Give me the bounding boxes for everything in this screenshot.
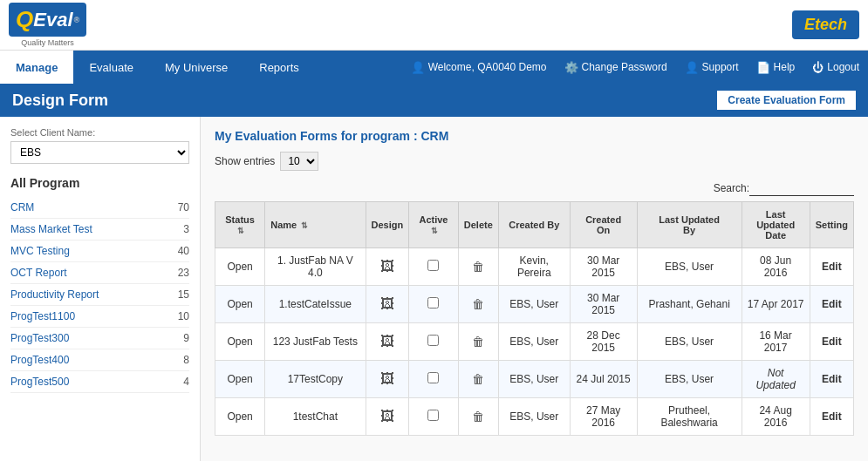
row-setting[interactable]: Edit	[810, 361, 853, 398]
sort-status-icon[interactable]: ⇅	[237, 227, 244, 235]
row-status: Open	[215, 248, 265, 286]
design-icon[interactable]: 🖼	[380, 296, 394, 311]
active-checkbox[interactable]	[427, 335, 439, 346]
nav-help[interactable]: 📄 Help	[748, 51, 804, 84]
nav-my-universe[interactable]: My Universe	[149, 51, 243, 84]
program-name: ProgTest400	[10, 354, 69, 366]
program-name: OCT Report	[10, 267, 66, 279]
program-item[interactable]: ProgTest4008	[10, 349, 189, 371]
sort-active-icon[interactable]: ⇅	[431, 227, 438, 235]
row-last-updated-by: EBS, User	[637, 323, 742, 361]
program-name: Productivity Report	[10, 288, 99, 301]
program-item[interactable]: ProgTest3009	[10, 328, 189, 349]
row-created-on: 28 Dec 2015	[570, 323, 637, 361]
nav-evaluate[interactable]: Evaluate	[73, 51, 149, 84]
user-icon: 👤	[411, 61, 425, 74]
row-design[interactable]: 🖼	[366, 248, 409, 286]
row-last-updated-date: 08 Jun 2016	[742, 248, 810, 286]
row-created-by: EBS, User	[498, 398, 570, 436]
row-active[interactable]	[409, 323, 459, 361]
row-name[interactable]: 1testChat	[265, 398, 366, 436]
row-delete[interactable]: 🗑	[458, 361, 498, 398]
nav-support[interactable]: 👤 Support	[676, 51, 748, 84]
row-active[interactable]	[409, 248, 459, 286]
row-last-updated-by: Prutheel, Baleshwaria	[637, 398, 742, 436]
program-item[interactable]: ProgTest110010	[10, 306, 189, 328]
row-last-updated-date: 17 Apr 2017	[742, 286, 810, 323]
show-entries-label: Show entries	[215, 155, 275, 167]
nav-logout[interactable]: ⏻ Logout	[803, 51, 868, 84]
row-status: Open	[215, 361, 265, 398]
row-setting[interactable]: Edit	[810, 323, 853, 361]
sidebar: Select Client Name: EBS All Program CRM7…	[0, 117, 201, 461]
row-active[interactable]	[409, 361, 459, 398]
table-row: Open 1. JustFab NA V 4.0 🖼 🗑 Kevin, Pere…	[215, 248, 854, 286]
row-setting[interactable]: Edit	[810, 398, 853, 436]
trash-icon[interactable]: 🗑	[472, 372, 484, 386]
trash-icon[interactable]: 🗑	[472, 297, 484, 311]
design-icon[interactable]: 🖼	[380, 259, 394, 274]
row-name[interactable]: 1.testCateIssue	[265, 286, 366, 323]
program-name: Mass Market Test	[10, 223, 92, 235]
row-delete[interactable]: 🗑	[458, 286, 498, 323]
program-count: 40	[178, 245, 189, 257]
nav-change-password[interactable]: ⚙️ Change Password	[556, 51, 676, 84]
design-icon[interactable]: 🖼	[380, 334, 394, 349]
entries-select[interactable]: 10 25 50	[280, 152, 318, 171]
program-item[interactable]: ProgTest5004	[10, 371, 189, 393]
design-icon[interactable]: 🖼	[380, 371, 394, 386]
col-delete: Delete	[458, 202, 498, 248]
active-checkbox[interactable]	[427, 260, 439, 271]
program-item[interactable]: MVC Testing40	[10, 241, 189, 262]
row-name[interactable]: 17TestCopy	[265, 361, 366, 398]
row-active[interactable]	[409, 286, 459, 323]
program-item[interactable]: OCT Report23	[10, 262, 189, 284]
client-name-select[interactable]: EBS	[10, 141, 189, 164]
col-last-updated-date: Last UpdatedDate	[742, 202, 810, 248]
row-name[interactable]: 123 JustFab Tests	[265, 323, 366, 361]
trash-icon[interactable]: 🗑	[472, 410, 484, 424]
nav-reports[interactable]: Reports	[243, 51, 315, 84]
col-design: Design	[366, 202, 409, 248]
row-design[interactable]: 🖼	[366, 286, 409, 323]
row-last-updated-date: 24 Aug 2016	[742, 398, 810, 436]
page-header: Design Form Create Evaluation Form	[0, 84, 868, 117]
program-count: 3	[183, 223, 189, 235]
program-count: 8	[183, 354, 189, 366]
row-setting[interactable]: Edit	[810, 248, 853, 286]
program-count: 15	[178, 288, 189, 301]
page-title: Design Form	[12, 92, 108, 110]
row-delete[interactable]: 🗑	[458, 398, 498, 436]
row-design[interactable]: 🖼	[366, 361, 409, 398]
trash-icon[interactable]: 🗑	[472, 260, 484, 274]
search-row: Search:	[215, 180, 854, 196]
search-input[interactable]	[749, 180, 854, 196]
active-checkbox[interactable]	[427, 410, 439, 421]
table-row: Open 1testChat 🖼 🗑 EBS, User 27 May 2016…	[215, 398, 854, 436]
row-active[interactable]	[409, 398, 459, 436]
active-checkbox[interactable]	[427, 372, 439, 383]
trash-icon[interactable]: 🗑	[472, 335, 484, 349]
design-icon[interactable]: 🖼	[380, 409, 394, 424]
row-design[interactable]: 🖼	[366, 323, 409, 361]
program-item[interactable]: Mass Market Test3	[10, 219, 189, 241]
program-item[interactable]: Productivity Report15	[10, 284, 189, 306]
nav-manage[interactable]: Manage	[0, 51, 73, 84]
main-content: Select Client Name: EBS All Program CRM7…	[0, 117, 868, 461]
active-checkbox[interactable]	[427, 297, 439, 308]
program-name: MVC Testing	[10, 245, 70, 257]
row-name[interactable]: 1. JustFab NA V 4.0	[265, 248, 366, 286]
row-delete[interactable]: 🗑	[458, 248, 498, 286]
quality-matters-text: Quality Matters	[9, 38, 86, 47]
program-item[interactable]: CRM70	[10, 197, 189, 219]
table-row: Open 1.testCateIssue 🖼 🗑 EBS, User 30 Ma…	[215, 286, 854, 323]
row-design[interactable]: 🖼	[366, 398, 409, 436]
col-last-updated-by: Last UpdatedBy	[637, 202, 742, 248]
row-last-updated-by: Prashant, Gehani	[637, 286, 742, 323]
row-delete[interactable]: 🗑	[458, 323, 498, 361]
sort-name-icon[interactable]: ⇅	[301, 221, 308, 230]
row-created-on: 24 Jul 2015	[570, 361, 637, 398]
row-setting[interactable]: Edit	[810, 286, 853, 323]
create-evaluation-form-button[interactable]: Create Evaluation Form	[717, 91, 856, 110]
row-last-updated-by: EBS, User	[637, 248, 742, 286]
